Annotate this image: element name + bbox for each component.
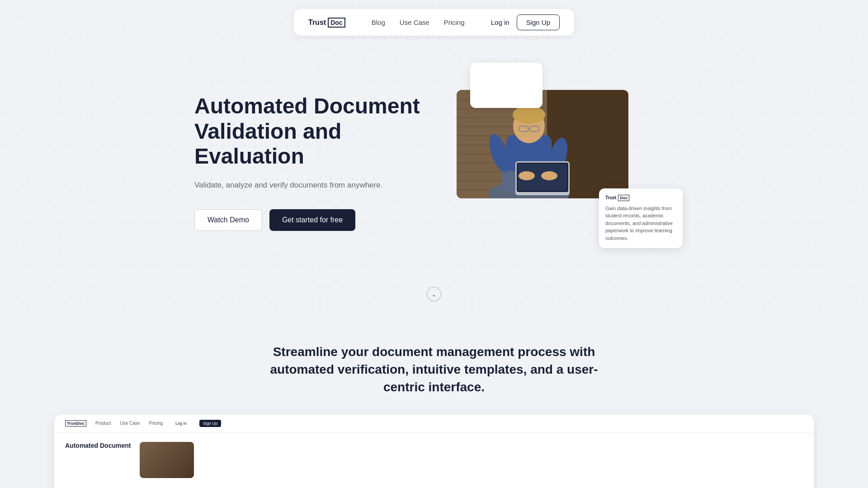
logo-trust: Trust bbox=[308, 19, 326, 27]
hero-buttons: Watch Demo Get started for free bbox=[194, 209, 420, 231]
hero-card-top bbox=[470, 63, 542, 108]
features-section: Streamline your document management proc… bbox=[0, 316, 868, 488]
get-started-button[interactable]: Get started for free bbox=[269, 209, 355, 231]
hero-subtitle: Validate, analyze and verify documents f… bbox=[194, 179, 420, 191]
preview-text-block: Automated Document bbox=[65, 442, 131, 478]
preview-logo: TrustDoc bbox=[65, 420, 86, 427]
preview-nav-usecase: Use Case bbox=[120, 421, 140, 426]
preview-image bbox=[140, 442, 194, 478]
nav-link-usecase[interactable]: Use Case bbox=[400, 19, 429, 26]
navbar: Trust Doc Blog Use Case Pricing Log in S… bbox=[294, 9, 574, 36]
logo[interactable]: Trust Doc bbox=[308, 18, 345, 28]
svg-point-27 bbox=[519, 171, 535, 180]
tooltip-logo: Trust Doc bbox=[605, 195, 676, 201]
preview-content: Automated Document bbox=[54, 433, 814, 487]
signup-button[interactable]: Sign Up bbox=[517, 14, 560, 30]
hero-tooltip: Trust Doc Gain data-driven insights from… bbox=[599, 188, 683, 249]
nav-actions: Log in Sign Up bbox=[491, 14, 560, 30]
svg-point-28 bbox=[541, 171, 557, 180]
features-preview: TrustDoc Product Use Case Pricing Log In… bbox=[54, 414, 814, 488]
watch-demo-button[interactable]: Watch Demo bbox=[194, 209, 262, 231]
hero-right: Trust Doc Gain data-driven insights from… bbox=[448, 63, 674, 262]
hero-title: Automated Document Validation and Evalua… bbox=[194, 94, 420, 169]
nav-link-pricing[interactable]: Pricing bbox=[444, 19, 465, 26]
tooltip-logo-trust: Trust bbox=[605, 195, 616, 200]
chevron-down-icon: ⌄ bbox=[431, 291, 437, 298]
nav-links: Blog Use Case Pricing bbox=[363, 19, 473, 26]
scroll-indicator: ⌄ bbox=[0, 280, 868, 316]
hero-section: Automated Document Validation and Evalua… bbox=[0, 36, 868, 280]
scroll-chevron-button[interactable]: ⌄ bbox=[427, 287, 441, 301]
tooltip-text: Gain data-driven insights from student r… bbox=[605, 205, 676, 242]
svg-point-20 bbox=[513, 106, 545, 124]
preview-doc-title: Automated Document bbox=[65, 442, 131, 449]
logo-doc: Doc bbox=[328, 18, 345, 28]
login-button[interactable]: Log in bbox=[491, 19, 509, 26]
navbar-wrapper: Trust Doc Blog Use Case Pricing Log in S… bbox=[0, 0, 868, 36]
features-title: Streamline your document management proc… bbox=[258, 343, 610, 396]
preview-signup: Sign Up bbox=[199, 420, 221, 427]
tooltip-logo-doc: Doc bbox=[618, 195, 629, 201]
preview-login: Log In bbox=[172, 420, 190, 427]
preview-nav-pricing: Pricing bbox=[149, 421, 163, 426]
hero-left: Automated Document Validation and Evalua… bbox=[194, 94, 420, 230]
nav-link-blog[interactable]: Blog bbox=[372, 19, 385, 26]
preview-nav-product: Product bbox=[95, 421, 111, 426]
preview-navbar: TrustDoc Product Use Case Pricing Log In… bbox=[54, 414, 814, 433]
